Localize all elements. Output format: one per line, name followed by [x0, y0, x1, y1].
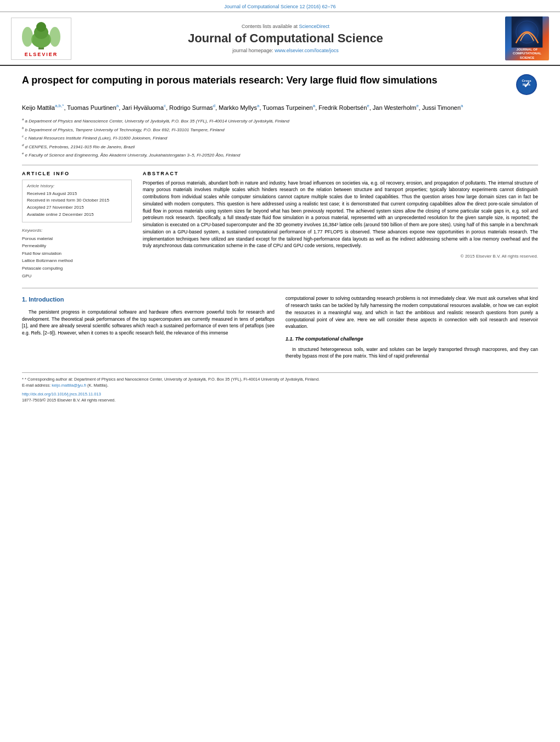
body-section: 1. Introduction The persistent progress …	[22, 288, 538, 403]
elsevier-tree-icon	[19, 20, 63, 51]
keywords-label: Keywords:	[22, 228, 132, 233]
intro-heading: 1. Introduction	[22, 295, 275, 304]
svg-point-3	[36, 22, 46, 32]
footnote-star: * * Corresponding author at: Department …	[22, 376, 538, 389]
abstract-heading: ABSTRACT	[143, 171, 538, 176]
page-wrapper: Journal of Computational Science 12 (201…	[0, 0, 560, 742]
keyword-3: Fluid flow simulation	[22, 250, 132, 258]
abstract-col: ABSTRACT Properties of porous materials,…	[143, 171, 538, 280]
available-date: Available online 2 December 2015	[27, 211, 127, 219]
doi-link[interactable]: http://dx.doi.org/10.1016/j.jncs.2015.11…	[22, 392, 101, 397]
elsevier-brand-text: ELSEVIER	[25, 52, 58, 57]
affiliation-b: b b Department of Physics, Tampere Unive…	[22, 126, 538, 133]
contents-line: Contents lists available at ScienceDirec…	[71, 24, 500, 29]
keyword-4: Lattice Boltzmann method	[22, 257, 132, 265]
authors: Keijo Mattilaa,b,*, Tuomas Puurtinena, J…	[22, 103, 538, 113]
keyword-6: GPU	[22, 272, 132, 280]
top-bar: Journal of Computational Science 12 (201…	[0, 0, 560, 12]
journal-logo-text: JOURNAL OF COMPUTATIONAL SCIENCE	[513, 48, 541, 60]
history-label: Article history:	[27, 183, 127, 188]
elsevier-logo: ELSEVIER	[11, 18, 71, 60]
main-content: A prospect for computing in porous mater…	[0, 66, 560, 409]
svg-text:Mark: Mark	[523, 83, 531, 86]
affiliations: a a Department of Physics and Nanoscienc…	[22, 117, 538, 159]
crossmark-badge: ✓ Cross Mark	[516, 74, 538, 96]
body-col-right: computational power to solving outstandi…	[285, 295, 538, 364]
article-info-abstract: ARTICLE INFO Article history: Received 1…	[22, 171, 538, 280]
journal-logo-graphic	[508, 16, 546, 48]
subpara1: In structured heterogeneous soils, water…	[285, 346, 538, 360]
body-two-col: 1. Introduction The persistent progress …	[22, 295, 538, 364]
svg-point-4	[22, 27, 33, 47]
affiliation-a: a a Department of Physics and Nanoscienc…	[22, 117, 538, 125]
keyword-5: Petascale computing	[22, 265, 132, 272]
footnote-email-link[interactable]: keijo.mattila@jyu.fi	[52, 383, 86, 388]
keyword-1: Porous material	[22, 235, 132, 243]
divider-1	[22, 165, 538, 165]
svg-text:Cross: Cross	[522, 79, 531, 82]
accepted-date: Accepted 27 November 2015	[27, 204, 127, 211]
crossmark-icon: ✓ Cross Mark	[517, 75, 536, 94]
keywords-box: Keywords: Porous material Permeability F…	[22, 228, 132, 280]
journal-name: Journal of Computational Science	[71, 31, 500, 46]
revised-date: Received in revised form 30 October 2015	[27, 197, 127, 204]
affiliation-d: d d CENPES, Petrobras, 21941-915 Rio de …	[22, 143, 538, 150]
article-history-box: Article history: Received 19 August 2015…	[22, 180, 132, 222]
affiliation-e: e e Faculty of Science and Engineering, …	[22, 151, 538, 159]
article-title: A prospect for computing in porous mater…	[22, 74, 508, 87]
subsection-heading: 1.1. The computational challenge	[285, 336, 538, 343]
keyword-2: Permeability	[22, 242, 132, 250]
journal-issue-link[interactable]: Journal of Computational Science 12 (201…	[224, 4, 335, 9]
journal-homepage: journal homepage: www.elsevier.com/locat…	[71, 48, 500, 53]
journal-logo-box: JOURNAL OF COMPUTATIONAL SCIENCE	[505, 16, 549, 60]
journal-logo-right: JOURNAL OF COMPUTATIONAL SCIENCE	[500, 16, 549, 60]
article-title-section: A prospect for computing in porous mater…	[22, 74, 538, 96]
footnote-issn: 1877-7503/© 2015 Elsevier B.V. All right…	[22, 397, 538, 403]
sciencedirect-link[interactable]: ScienceDirect	[299, 24, 330, 29]
journal-header: ELSEVIER Contents lists available at Sci…	[0, 12, 560, 66]
crossmark-circle: ✓ Cross Mark	[516, 74, 537, 95]
homepage-url[interactable]: www.elsevier.com/locate/jocs	[275, 48, 339, 53]
footnote-doi: http://dx.doi.org/10.1016/j.jncs.2015.11…	[22, 391, 538, 397]
svg-point-5	[49, 27, 60, 47]
abstract-text: Properties of porous materials, abundant…	[143, 180, 538, 250]
affiliation-c: c c Natural Resources Institute Finland …	[22, 134, 538, 142]
intro-para1: The persistent progress in computational…	[22, 309, 275, 337]
article-info-heading: ARTICLE INFO	[22, 171, 132, 176]
footnote-section: * * Corresponding author at: Department …	[22, 372, 538, 403]
article-info-col: ARTICLE INFO Article history: Received 1…	[22, 171, 132, 280]
journal-title-center: Contents lists available at ScienceDirec…	[71, 24, 500, 53]
received-date: Received 19 August 2015	[27, 191, 127, 198]
body-col-left: 1. Introduction The persistent progress …	[22, 295, 275, 364]
copyright-line: © 2015 Elsevier B.V. All rights reserved…	[143, 254, 538, 259]
intro-para2: computational power to solving outstandi…	[285, 295, 538, 330]
